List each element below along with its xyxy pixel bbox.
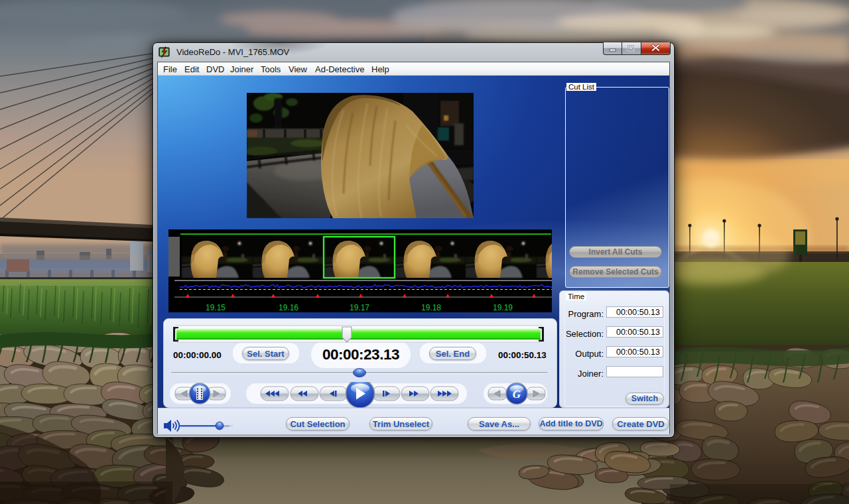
svg-text:19.17: 19.17 [350,303,369,312]
svg-text:19.16: 19.16 [279,303,298,312]
svg-text:19.18: 19.18 [421,303,441,312]
svg-text:19.15: 19.15 [206,303,226,312]
svg-text:19.19: 19.19 [493,303,513,312]
svg-text:G: G [513,388,521,401]
